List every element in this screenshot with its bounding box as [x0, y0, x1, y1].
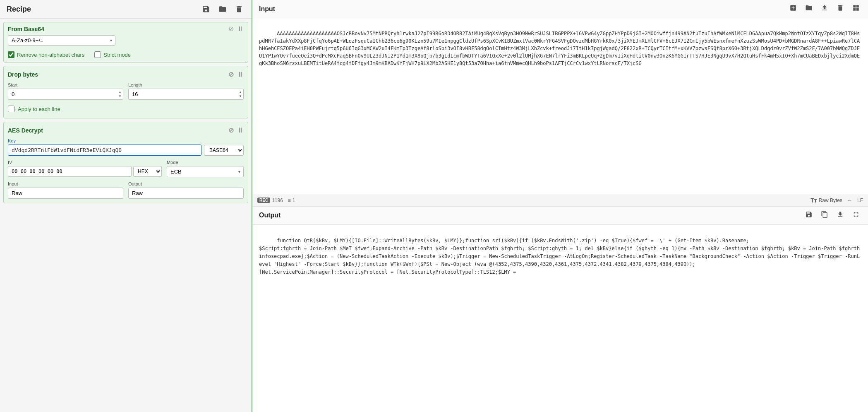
- base64-options-row: Remove non-alphabet chars Strict mode: [4, 49, 248, 62]
- key-encoding-wrapper: BASE64: [204, 145, 244, 156]
- char-count-item: REC 1196: [257, 198, 283, 203]
- mode-input[interactable]: [167, 166, 244, 177]
- remove-non-alpha-label[interactable]: Remove non-alphabet chars: [8, 51, 84, 58]
- start-input-wrapper: ▲ ▼: [8, 89, 123, 100]
- expand-output-button[interactable]: [851, 210, 861, 221]
- input-footer: REC 1196 ≡ 1 Tт Raw Bytes ← LF: [252, 195, 868, 206]
- aes-decrypt-controls: ⊘ ⏸: [228, 126, 244, 134]
- mode-select-wrapper: [167, 166, 244, 177]
- base64-alphabet-row: A-Za-z0-9+/=: [4, 35, 248, 49]
- pause-base64-icon[interactable]: ⏸: [237, 25, 244, 33]
- apply-each-line-checkbox[interactable]: [8, 106, 14, 112]
- raw-bytes-button[interactable]: Tт Raw Bytes: [810, 197, 842, 204]
- length-decrement[interactable]: ▼: [238, 94, 243, 99]
- key-encoding-select[interactable]: BASE64: [204, 145, 244, 156]
- open-input-button[interactable]: [803, 3, 814, 14]
- recipe-panel: Recipe From Base64 ⊘ ⏸: [0, 0, 252, 412]
- recipe-header: Recipe: [0, 0, 252, 19]
- delete-recipe-button[interactable]: [233, 4, 245, 14]
- start-input[interactable]: [8, 89, 123, 100]
- output-section: Output function QtR($kBv, $LMY){[IO.File…: [252, 207, 868, 412]
- start-increment[interactable]: ▲: [117, 90, 122, 94]
- key-field: Key BASE64: [8, 138, 244, 156]
- key-input[interactable]: [8, 145, 201, 156]
- key-input-row: BASE64: [8, 145, 244, 156]
- save-recipe-button[interactable]: [200, 4, 212, 14]
- apply-each-line-label[interactable]: Apply to each line: [8, 104, 244, 114]
- aes-output-field: Output: [128, 181, 244, 199]
- drop-bytes-title-row: Drop bytes ⊘ ⏸: [8, 70, 244, 78]
- recipe-header-icons: [200, 4, 245, 14]
- length-increment[interactable]: ▲: [238, 90, 243, 94]
- length-field: Length ▲ ▼: [128, 82, 244, 100]
- alphabet-select-wrapper: A-Za-z0-9+/=: [8, 35, 115, 46]
- drop-bytes-section: Drop bytes ⊘ ⏸ Start ▲ ▼: [3, 66, 248, 118]
- iv-input-row: HEX: [8, 166, 162, 177]
- recipe-title: Recipe: [7, 5, 31, 14]
- aes-input-field: Input: [8, 181, 123, 199]
- start-field: Start ▲ ▼: [8, 82, 123, 100]
- rec-badge: REC: [257, 198, 270, 203]
- aes-decrypt-section: AES Decrypt ⊘ ⏸ Key BASE64: [3, 122, 248, 203]
- iv-input[interactable]: [8, 166, 132, 177]
- input-header: Input: [252, 0, 868, 18]
- output-header: Output: [252, 207, 868, 225]
- add-input-button[interactable]: [788, 3, 798, 14]
- delete-input-button[interactable]: [835, 3, 846, 14]
- start-decrement[interactable]: ▼: [117, 94, 122, 99]
- length-input[interactable]: [128, 89, 244, 100]
- aes-io-row: Input Output: [8, 181, 244, 199]
- iv-field: IV HEX: [8, 160, 162, 177]
- save-output-button[interactable]: [803, 210, 814, 221]
- base64-section: From Base64 ⊘ ⏸ A-Za-z0-9+/= Remove non-…: [3, 22, 248, 63]
- aes-output-select[interactable]: [128, 188, 244, 199]
- disable-dropbytes-icon[interactable]: ⊘: [228, 70, 234, 78]
- base64-header: From Base64 ⊘ ⏸: [4, 22, 248, 35]
- iv-encoding-wrapper: HEX: [133, 166, 162, 177]
- strict-mode-checkbox[interactable]: [94, 51, 101, 58]
- base64-title: From Base64: [8, 26, 44, 32]
- line-count-item: ≡ 1: [288, 198, 295, 203]
- remove-non-alpha-checkbox[interactable]: [8, 51, 14, 58]
- download-output-button[interactable]: [835, 210, 846, 221]
- aes-decrypt-title-row: AES Decrypt ⊘ ⏸: [8, 126, 244, 134]
- input-section: Input AAAAAAAAAAAAAAAAAAA: [252, 0, 868, 207]
- open-recipe-button[interactable]: [217, 4, 228, 14]
- output-header-icons: [803, 210, 861, 221]
- copy-output-button[interactable]: [819, 210, 830, 221]
- output-content[interactable]: function QtR($kBv, $LMY){[IO.File]::Writ…: [252, 225, 868, 412]
- input-header-icons: [788, 3, 861, 14]
- input-content[interactable]: AAAAAAAAAAAAAAAAAAAAOSJcRBovNv75MtNPRQry…: [252, 18, 868, 195]
- disable-aes-icon[interactable]: ⊘: [228, 126, 234, 134]
- input-title: Input: [259, 5, 275, 13]
- strict-mode-label[interactable]: Strict mode: [94, 51, 131, 58]
- start-spin-buttons: ▲ ▼: [117, 90, 122, 99]
- iv-encoding-select[interactable]: HEX: [133, 166, 162, 177]
- disable-base64-icon[interactable]: ⊘: [228, 25, 234, 33]
- length-spin-buttons: ▲ ▼: [238, 90, 243, 99]
- grid-input-button[interactable]: [851, 3, 861, 14]
- upload-input-button[interactable]: [819, 3, 830, 14]
- alphabet-select[interactable]: A-Za-z0-9+/=: [8, 35, 115, 46]
- drop-bytes-inputs: Start ▲ ▼ Length ▲: [8, 82, 244, 100]
- mode-field: Mode: [167, 160, 244, 177]
- length-input-wrapper: ▲ ▼: [128, 89, 244, 100]
- recipe-content: From Base64 ⊘ ⏸ A-Za-z0-9+/= Remove non-…: [0, 19, 252, 412]
- aes-input-select[interactable]: [8, 188, 123, 199]
- input-stats: REC 1196 ≡ 1: [257, 198, 295, 203]
- pause-aes-icon[interactable]: ⏸: [237, 127, 244, 134]
- right-panel: Input AAAAAAAAAAAAAAAAAAA: [252, 0, 868, 412]
- output-title: Output: [259, 212, 281, 219]
- drop-bytes-controls: ⊘ ⏸: [228, 70, 244, 78]
- iv-mode-row: IV HEX Mode: [8, 160, 244, 177]
- pause-dropbytes-icon[interactable]: ⏸: [237, 71, 244, 78]
- input-footer-right: Tт Raw Bytes ← LF: [810, 197, 863, 204]
